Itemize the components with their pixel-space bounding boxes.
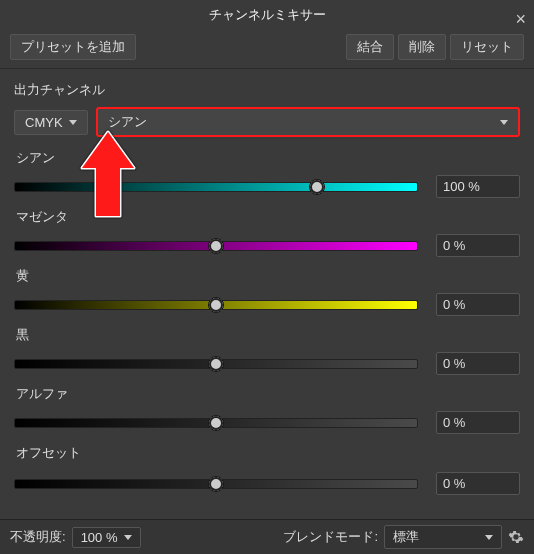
slider-row <box>14 411 520 434</box>
slider-label: マゼンタ <box>16 208 520 226</box>
slider-thumb[interactable] <box>208 238 224 254</box>
slider-label: シアン <box>16 149 520 167</box>
slider-label: アルファ <box>16 385 520 403</box>
slider-row <box>14 234 520 257</box>
blend-mode-value: 標準 <box>393 528 419 546</box>
slider-group-alpha: アルファ <box>14 385 520 434</box>
slider-group-black: 黒 <box>14 326 520 375</box>
slider-row <box>14 175 520 198</box>
channel-dropdown[interactable]: シアン <box>96 107 520 137</box>
opacity-value: 100 % <box>81 530 118 545</box>
magenta-value-input[interactable] <box>436 234 520 257</box>
slider-thumb[interactable] <box>208 476 224 492</box>
gear-icon[interactable] <box>508 529 524 545</box>
chevron-down-icon <box>485 535 493 540</box>
opacity-label: 不透明度: <box>10 528 66 546</box>
yellow-value-input[interactable] <box>436 293 520 316</box>
title-bar: チャンネルミキサー × <box>0 0 534 30</box>
output-channel-label: 出力チャンネル <box>14 81 520 99</box>
toolbar: プリセットを追加 結合 削除 リセット <box>0 30 534 69</box>
sliders-area: シアンマゼンタ黄黒アルファ <box>0 141 534 434</box>
slider-thumb[interactable] <box>309 179 325 195</box>
blend-mode-label: ブレンドモード: <box>283 528 378 546</box>
alpha-value-input[interactable] <box>436 411 520 434</box>
merge-button[interactable]: 結合 <box>346 34 394 60</box>
slider-label: 黒 <box>16 326 520 344</box>
offset-slider[interactable] <box>14 479 418 489</box>
magenta-slider[interactable] <box>14 241 418 251</box>
slider-thumb[interactable] <box>208 297 224 313</box>
slider-group-cyan: シアン <box>14 149 520 198</box>
slider-group-yellow: 黄 <box>14 267 520 316</box>
close-icon[interactable]: × <box>515 4 526 34</box>
blend-mode-dropdown[interactable]: 標準 <box>384 525 502 549</box>
slider-group-magenta: マゼンタ <box>14 208 520 257</box>
add-preset-button[interactable]: プリセットを追加 <box>10 34 136 60</box>
slider-row <box>14 293 520 316</box>
color-mode-dropdown[interactable]: CMYK <box>14 110 88 135</box>
yellow-slider[interactable] <box>14 300 418 310</box>
alpha-slider[interactable] <box>14 418 418 428</box>
slider-row <box>14 352 520 375</box>
cyan-slider[interactable] <box>14 182 418 192</box>
opacity-dropdown[interactable]: 100 % <box>72 527 141 548</box>
chevron-down-icon <box>500 120 508 125</box>
cyan-value-input[interactable] <box>436 175 520 198</box>
slider-thumb[interactable] <box>208 415 224 431</box>
slider-label: 黄 <box>16 267 520 285</box>
panel-title: チャンネルミキサー <box>209 7 326 22</box>
channel-value: シアン <box>108 113 147 131</box>
reset-button[interactable]: リセット <box>450 34 524 60</box>
bottom-bar: 不透明度: 100 % ブレンドモード: 標準 <box>0 519 534 554</box>
offset-slider-row <box>14 472 520 495</box>
color-mode-value: CMYK <box>25 115 63 130</box>
delete-button[interactable]: 削除 <box>398 34 446 60</box>
chevron-down-icon <box>124 535 132 540</box>
offset-value-input[interactable] <box>436 472 520 495</box>
slider-thumb[interactable] <box>208 356 224 372</box>
offset-label: オフセット <box>16 444 534 462</box>
black-value-input[interactable] <box>436 352 520 375</box>
chevron-down-icon <box>69 120 77 125</box>
black-slider[interactable] <box>14 359 418 369</box>
output-channel-section: 出力チャンネル CMYK シアン <box>0 69 534 141</box>
